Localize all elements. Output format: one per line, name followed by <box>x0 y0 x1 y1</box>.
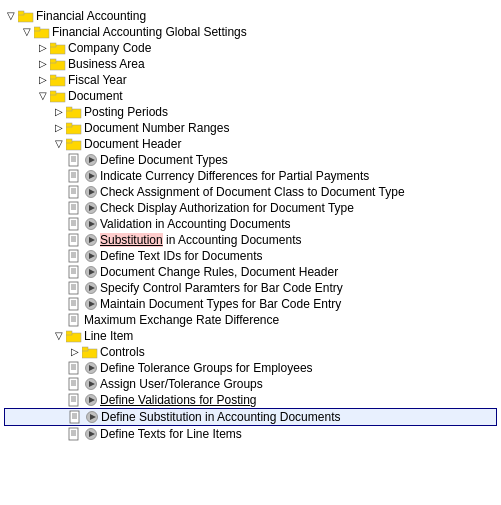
doc-icon-ut <box>68 377 82 391</box>
toggle-dh[interactable]: ▽ <box>52 137 66 151</box>
folder-icon-dh <box>66 137 82 151</box>
tree-row-doc-num-ranges[interactable]: ▷ Document Number Ranges <box>4 120 497 136</box>
tree-row-financial-accounting[interactable]: ▽ Financial Accounting <box>4 8 497 24</box>
doc-icon-vad <box>68 217 82 231</box>
tree-row-company-code[interactable]: ▷ Company Code <box>4 40 497 56</box>
tree-row-def-texts-li[interactable]: Define Texts for Line Items <box>4 426 497 442</box>
toggle-ctrl[interactable]: ▷ <box>68 345 82 359</box>
doc-icon-scp <box>68 281 82 295</box>
children-document: ▷ Posting Periods <box>4 104 497 442</box>
toggle-icon-fags[interactable]: ▽ <box>20 25 34 39</box>
toggle-icon-fa[interactable]: ▽ <box>4 9 18 23</box>
svg-rect-5 <box>50 43 56 47</box>
tree-row-control-params[interactable]: Specify Control Paramters for Bar Code E… <box>4 280 497 296</box>
tree-row-controls[interactable]: ▷ Controls <box>4 344 497 360</box>
toggle-business-area[interactable]: ▷ <box>36 57 50 71</box>
tree-row-business-area[interactable]: ▷ Business Area <box>4 56 497 72</box>
svg-rect-78 <box>69 314 78 326</box>
toggle-li[interactable]: ▽ <box>52 329 66 343</box>
folder-icon-ba <box>50 57 66 71</box>
label-check-assign: Check Assignment of Document Class to Do… <box>100 185 405 199</box>
tree-row-substitution-acc[interactable]: Substitution in Accounting Documents <box>4 232 497 248</box>
svg-rect-72 <box>69 298 78 310</box>
tree-row-doc-change-rules[interactable]: Document Change Rules, Document Header <box>4 264 497 280</box>
tree-row-fiscal-year[interactable]: ▷ Fiscal Year <box>4 72 497 88</box>
svg-rect-30 <box>69 186 78 198</box>
tree-row-def-subst-acc[interactable]: Define Substitution in Accounting Docume… <box>4 408 497 426</box>
exec-icon-vad <box>84 217 98 231</box>
exec-icon-cda <box>84 201 98 215</box>
exec-icon-dsa <box>85 410 99 424</box>
svg-rect-48 <box>69 234 78 246</box>
children-doc-header: Define Document Types <box>4 152 497 328</box>
label-doc-change-rules: Document Change Rules, Document Header <box>100 265 338 279</box>
svg-rect-3 <box>34 27 40 31</box>
svg-rect-83 <box>66 331 72 335</box>
folder-icon-li <box>66 329 82 343</box>
exec-icon-dcr <box>84 265 98 279</box>
toggle-pp[interactable]: ▷ <box>52 105 66 119</box>
doc-icon-dsa <box>69 410 83 424</box>
svg-rect-9 <box>50 75 56 79</box>
doc-icon-tg <box>68 361 82 375</box>
tree-container[interactable]: ▽ Financial Accounting ▽ <box>0 0 501 505</box>
label-currency-diff: Indicate Currency Differences for Partia… <box>100 169 369 183</box>
label-line-item: Line Item <box>84 329 133 343</box>
label-document: Document <box>68 89 123 103</box>
exec-icon-ut <box>84 377 98 391</box>
tree-row-def-doc-types[interactable]: Define Document Types <box>4 152 497 168</box>
svg-rect-36 <box>69 202 78 214</box>
doc-icon-dvp <box>68 393 82 407</box>
tree-row-check-assign[interactable]: Check Assignment of Document Class to Do… <box>4 184 497 200</box>
tree-row-document[interactable]: ▽ Document <box>4 88 497 104</box>
doc-icon-cd <box>68 169 82 183</box>
tree-row-doc-header[interactable]: ▽ Document Header <box>4 136 497 152</box>
svg-rect-42 <box>69 218 78 230</box>
tree-row-line-item[interactable]: ▽ Line Item <box>4 328 497 344</box>
tree-row-posting-periods[interactable]: ▷ Posting Periods <box>4 104 497 120</box>
label-financial-accounting: Financial Accounting <box>36 9 146 23</box>
tree-row-text-ids[interactable]: Define Text IDs for Documents <box>4 248 497 264</box>
tree-row-max-exchange[interactable]: Maximum Exchange Rate Difference <box>4 312 497 328</box>
label-text-ids: Define Text IDs for Documents <box>100 249 263 263</box>
tree-row-user-tolerance[interactable]: Assign User/Tolerance Groups <box>4 376 497 392</box>
label-doc-num-ranges: Document Number Ranges <box>84 121 229 135</box>
label-posting-periods: Posting Periods <box>84 105 168 119</box>
folder-icon-fy <box>50 73 66 87</box>
svg-rect-66 <box>69 282 78 294</box>
tree-row-maint-doc-types[interactable]: Maintain Document Types for Bar Code Ent… <box>4 296 497 312</box>
children-fags: ▷ Company Code ▷ <box>4 40 497 442</box>
svg-rect-60 <box>69 266 78 278</box>
toggle-dnr[interactable]: ▷ <box>52 121 66 135</box>
children-fa: ▽ Financial Accounting Global Settings ▷ <box>4 24 497 442</box>
label-company-code: Company Code <box>68 41 151 55</box>
tree-row-validation-acc[interactable]: Validation in Accounting Documents <box>4 216 497 232</box>
svg-rect-92 <box>69 378 78 390</box>
doc-icon-mdt <box>68 297 82 311</box>
toggle-document[interactable]: ▽ <box>36 89 50 103</box>
tree-row-currency-diff[interactable]: Indicate Currency Differences for Partia… <box>4 168 497 184</box>
svg-rect-104 <box>70 411 79 423</box>
exec-icon-tid <box>84 249 98 263</box>
highlight-substitution: Substitution <box>100 233 163 247</box>
folder-icon-ctrl <box>82 345 98 359</box>
tree-row-def-valid-posting[interactable]: Define Validations for Posting <box>4 392 497 408</box>
label-user-tolerance: Assign User/Tolerance Groups <box>100 377 263 391</box>
doc-icon-ca <box>68 185 82 199</box>
toggle-company-code[interactable]: ▷ <box>36 41 50 55</box>
label-def-texts-li: Define Texts for Line Items <box>100 427 242 441</box>
folder-icon-doc <box>50 89 66 103</box>
svg-rect-1 <box>18 11 24 15</box>
tree-row-check-display[interactable]: Check Display Authorization for Document… <box>4 200 497 216</box>
exec-icon-ddt <box>84 153 98 167</box>
root-node: ▽ Financial Accounting ▽ <box>4 8 497 442</box>
folder-icon-fags <box>34 25 50 39</box>
label-fags: Financial Accounting Global Settings <box>52 25 247 39</box>
tree-row-fags[interactable]: ▽ Financial Accounting Global Settings <box>4 24 497 40</box>
doc-icon-mxr <box>68 313 82 327</box>
toggle-fiscal-year[interactable]: ▷ <box>36 73 50 87</box>
svg-rect-85 <box>82 347 88 351</box>
tree-row-tolerance-groups[interactable]: Define Tolerance Groups for Employees <box>4 360 497 376</box>
svg-rect-24 <box>69 170 78 182</box>
doc-icon-tid <box>68 249 82 263</box>
